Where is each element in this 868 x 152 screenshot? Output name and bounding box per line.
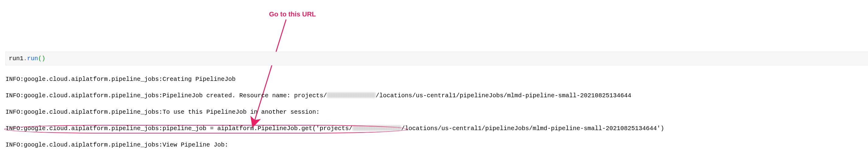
redacted-project-id [327, 92, 376, 98]
log-text: INFO:google.cloud.aiplatform.pipeline_jo… [5, 92, 327, 99]
code-parens: () [38, 55, 45, 62]
log-line: INFO:google.cloud.aiplatform.pipeline_jo… [5, 75, 868, 83]
log-output: INFO:google.cloud.aiplatform.pipeline_jo… [5, 67, 868, 152]
code-method: run [27, 55, 38, 62]
code-object: run1 [9, 55, 24, 62]
log-line: INFO:google.cloud.aiplatform.pipeline_jo… [5, 141, 868, 149]
code-input-cell: run1.run() [5, 52, 868, 65]
log-text: INFO:google.cloud.aiplatform.pipeline_jo… [5, 125, 352, 132]
redacted-project-id [352, 125, 401, 131]
annotation-label: Go to this URL [269, 10, 316, 19]
log-line: INFO:google.cloud.aiplatform.pipeline_jo… [5, 91, 868, 100]
code-dot: . [24, 55, 27, 62]
log-text: /locations/us-central1/pipelineJobs/mlmd… [401, 125, 664, 132]
log-line: INFO:google.cloud.aiplatform.pipeline_jo… [5, 108, 868, 116]
log-line: INFO:google.cloud.aiplatform.pipeline_jo… [5, 124, 868, 132]
log-text: /locations/us-central1/pipelineJobs/mlmd… [376, 92, 631, 99]
